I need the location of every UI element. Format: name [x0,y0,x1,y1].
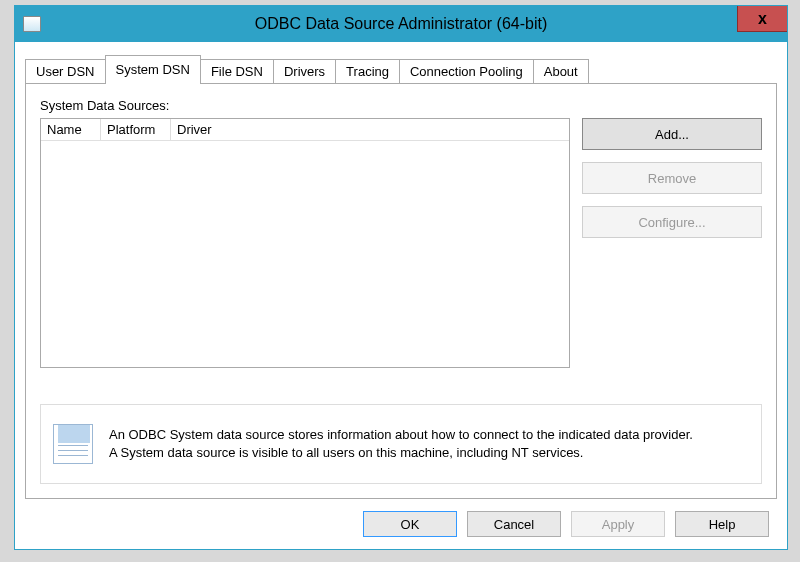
info-text: An ODBC System data source stores inform… [109,426,693,461]
cancel-button[interactable]: Cancel [467,511,561,537]
configure-button: Configure... [582,206,762,238]
add-button[interactable]: Add... [582,118,762,150]
client-area: User DSN System DSN File DSN Drivers Tra… [15,42,787,549]
tab-connection-pooling[interactable]: Connection Pooling [399,59,534,84]
tabstrip: User DSN System DSN File DSN Drivers Tra… [25,56,777,84]
system-dsn-page: System Data Sources: Name Platform Drive… [25,83,777,499]
app-icon [23,16,41,32]
titlebar: ODBC Data Source Administrator (64-bit) … [15,6,787,42]
help-button[interactable]: Help [675,511,769,537]
col-driver[interactable]: Driver [171,119,569,140]
data-sources-list[interactable]: Name Platform Driver [40,118,570,368]
tab-about[interactable]: About [533,59,589,84]
window-title: ODBC Data Source Administrator (64-bit) [15,15,787,33]
list-header: Name Platform Driver [41,119,569,141]
col-platform[interactable]: Platform [101,119,171,140]
apply-button: Apply [571,511,665,537]
database-icon [53,424,93,464]
info-box: An ODBC System data source stores inform… [40,404,762,484]
info-line1: An ODBC System data source stores inform… [109,427,693,442]
tab-system-dsn[interactable]: System DSN [105,55,201,84]
side-buttons: Add... Remove Configure... [582,118,762,250]
close-button[interactable]: x [737,6,787,32]
remove-button: Remove [582,162,762,194]
tab-drivers[interactable]: Drivers [273,59,336,84]
odbc-admin-window: ODBC Data Source Administrator (64-bit) … [14,5,788,550]
ok-button[interactable]: OK [363,511,457,537]
col-name[interactable]: Name [41,119,101,140]
dialog-buttons: OK Cancel Apply Help [15,499,787,549]
tab-tracing[interactable]: Tracing [335,59,400,84]
tab-user-dsn[interactable]: User DSN [25,59,106,84]
tab-file-dsn[interactable]: File DSN [200,59,274,84]
info-line2: A System data source is visible to all u… [109,445,583,460]
system-data-sources-label: System Data Sources: [40,98,169,113]
